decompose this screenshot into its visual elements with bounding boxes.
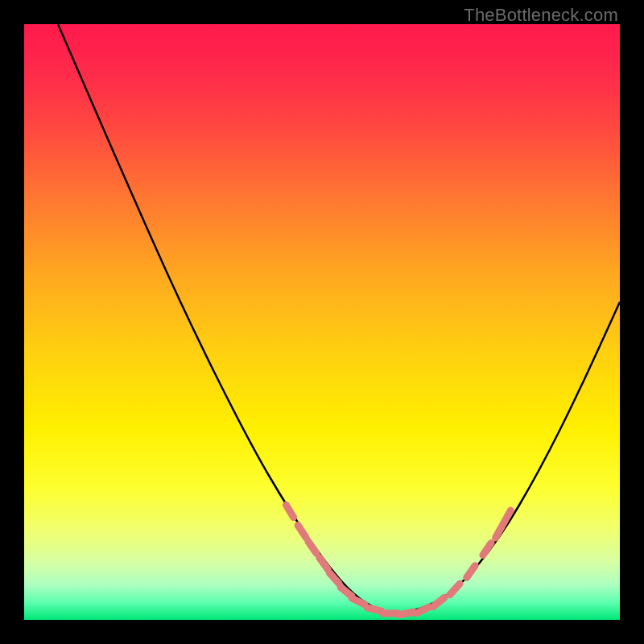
marker-dash <box>352 598 365 605</box>
marker-dash <box>320 558 328 570</box>
watermark-text: TheBottleneck.com <box>464 5 618 26</box>
marker-dash <box>433 597 444 606</box>
marker-dash <box>308 542 316 554</box>
marker-dash <box>496 525 503 538</box>
marker-dash <box>341 587 352 596</box>
left-curve <box>58 24 394 614</box>
marker-dash <box>467 566 475 578</box>
marker-dash <box>399 612 414 615</box>
marker-dash <box>286 505 293 517</box>
marker-dash <box>298 525 306 537</box>
chart-container: TheBottleneck.com <box>0 0 644 644</box>
plot-area <box>24 24 620 620</box>
chart-svg <box>24 24 620 620</box>
marker-dash <box>416 607 429 613</box>
marker-group <box>286 505 510 614</box>
marker-dash <box>450 584 460 594</box>
marker-dash <box>329 572 339 583</box>
marker-dash <box>367 608 381 611</box>
marker-dash <box>483 543 491 555</box>
right-curve <box>394 302 620 614</box>
